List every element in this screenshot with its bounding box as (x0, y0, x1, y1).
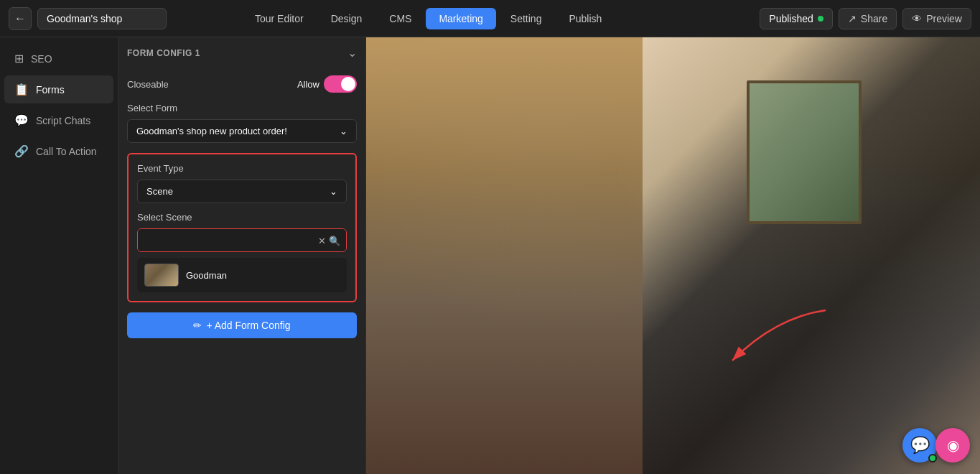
tab-design[interactable]: Design (318, 8, 375, 29)
clear-icon[interactable]: ✕ (318, 235, 326, 246)
main-content: ⊞ SEO 📋 Forms 💬 Script Chats 🔗 Call To A… (0, 37, 980, 474)
toggle-wrap: Allow (297, 75, 357, 93)
scene-result-item[interactable]: Goodman (137, 258, 347, 292)
messenger-icon: 💬 (910, 436, 930, 455)
chat-icon: ◉ (947, 437, 959, 454)
tab-tour-editor[interactable]: Tour Editor (242, 8, 317, 29)
published-label: Published (769, 13, 813, 24)
tab-marketing[interactable]: Marketing (426, 8, 495, 29)
collapse-button[interactable]: ⌄ (347, 46, 357, 60)
event-type-value: Scene (146, 186, 173, 197)
share-button[interactable]: ↗ Share (839, 8, 897, 29)
forms-icon: 📋 (14, 83, 29, 96)
seo-icon: ⊞ (14, 52, 24, 65)
search-icon[interactable]: 🔍 (329, 235, 340, 246)
chevron-down-icon: ⌄ (330, 186, 337, 197)
preview-area: 💬 ◉ (366, 37, 980, 474)
chat-icon: 💬 (14, 113, 29, 127)
closeable-toggle[interactable] (324, 75, 357, 93)
form-config-header: FORM CONFIG 1 ⌄ (127, 46, 357, 65)
published-badge: Published (760, 8, 833, 29)
search-input-wrap: ✕ 🔍 (137, 228, 347, 252)
allow-label: Allow (297, 79, 319, 90)
sidebar-item-label: Call To Action (36, 146, 97, 157)
tab-cms[interactable]: CMS (376, 8, 424, 29)
event-type-dropdown[interactable]: Scene ⌄ (137, 180, 347, 203)
tab-setting[interactable]: Setting (498, 8, 555, 29)
link-icon: 🔗 (14, 144, 29, 158)
tab-publish[interactable]: Publish (556, 8, 615, 29)
select-form-wrap: Select Form Goodman's shop new product o… (127, 103, 357, 143)
scene-results: Goodman (137, 258, 347, 292)
topbar: ← Tour Editor Design CMS Marketing Setti… (0, 0, 980, 37)
closeable-row: Closeable Allow (127, 75, 357, 93)
sidebar-item-label: Script Chats (36, 115, 90, 126)
online-dot (818, 16, 823, 22)
share-icon: ↗ (848, 13, 857, 24)
sidebar-item-forms[interactable]: 📋 Forms (4, 75, 113, 103)
pencil-icon: ✏ (193, 320, 202, 331)
closeable-label: Closeable (127, 79, 169, 90)
sidebar-item-label: SEO (31, 53, 52, 65)
add-form-config-button[interactable]: ✏ + Add Form Config (127, 312, 357, 338)
scene-search-input[interactable] (138, 229, 346, 251)
add-form-label: + Add Form Config (206, 320, 290, 331)
sidebar-item-label: Forms (36, 84, 65, 96)
topbar-right: Published ↗ Share 👁 Preview (760, 8, 971, 29)
select-form-dropdown[interactable]: Goodman's shop new product order! ⌄ (127, 119, 357, 143)
scene-name: Goodman (186, 270, 227, 281)
scene-thumbnail (144, 264, 179, 287)
support-chat-button[interactable]: ◉ (935, 428, 970, 463)
wall-photo (747, 80, 862, 224)
search-icons: ✕ 🔍 (318, 235, 340, 246)
event-type-section: Event Type Scene ⌄ Select Scene ✕ 🔍 Good… (127, 153, 357, 302)
sidebar: ⊞ SEO 📋 Forms 💬 Script Chats 🔗 Call To A… (0, 37, 118, 474)
select-form-label: Select Form (127, 103, 357, 113)
toggle-knob (341, 77, 355, 91)
preview-button[interactable]: 👁 Preview (902, 8, 971, 29)
messenger-chat-button[interactable]: 💬 (902, 428, 937, 463)
online-indicator (928, 454, 937, 463)
nav-tabs: Tour Editor Design CMS Marketing Setting… (242, 8, 615, 29)
select-form-value: Goodman's shop new product order! (136, 126, 287, 136)
select-scene-label: Select Scene (137, 212, 347, 223)
sidebar-item-call-to-action[interactable]: 🔗 Call To Action (4, 137, 113, 165)
event-type-label: Event Type (137, 163, 347, 174)
sidebar-item-script-chats[interactable]: 💬 Script Chats (4, 106, 113, 134)
shop-name-input[interactable] (37, 8, 167, 29)
chevron-down-icon: ⌄ (340, 126, 347, 136)
form-config-title: FORM CONFIG 1 (127, 48, 200, 58)
eye-icon: 👁 (912, 13, 922, 24)
back-button[interactable]: ← (9, 7, 32, 30)
sidebar-item-seo[interactable]: ⊞ SEO (4, 45, 113, 73)
forms-panel: FORM CONFIG 1 ⌄ Closeable Allow Select F… (118, 37, 366, 474)
